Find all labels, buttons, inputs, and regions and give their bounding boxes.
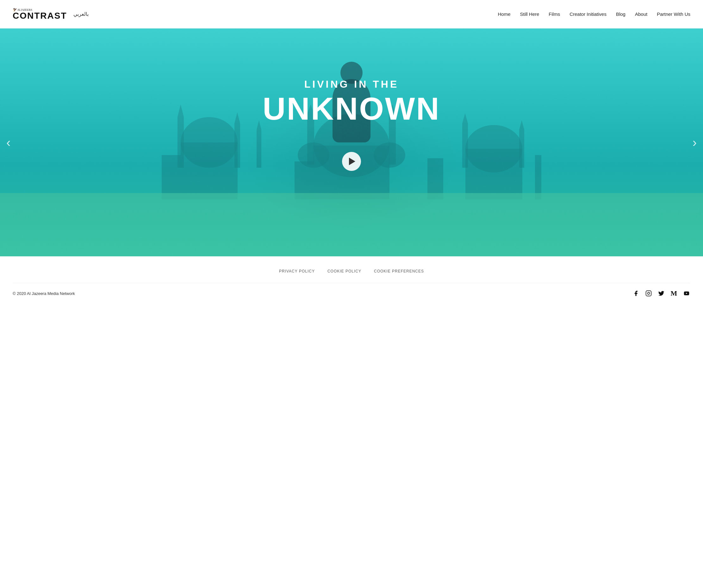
copyright-text: © 2020 Al Jazeera Media Network bbox=[13, 291, 75, 296]
nav-about[interactable]: About bbox=[635, 11, 647, 17]
youtube-icon[interactable] bbox=[683, 290, 690, 297]
cookie-policy-link[interactable]: COOKIE POLICY bbox=[327, 269, 361, 274]
nav-still-here[interactable]: Still Here bbox=[520, 11, 539, 17]
next-slide-button[interactable]: › bbox=[689, 132, 700, 153]
prev-slide-button[interactable]: ‹ bbox=[3, 132, 14, 153]
header-left: 🦅 ALJAZEERA CONTRAST بالعربي bbox=[13, 8, 89, 20]
logo-text: CONTRAST bbox=[13, 11, 67, 20]
arrow-left-icon: ‹ bbox=[6, 136, 10, 149]
twitter-icon[interactable] bbox=[657, 290, 665, 297]
arrow-right-icon: › bbox=[693, 136, 697, 149]
social-icons: M bbox=[632, 290, 690, 297]
main-nav: Home Still Here Films Creator Initiative… bbox=[498, 11, 690, 17]
hero-content: LIVING IN THE UNKNOWN bbox=[262, 78, 440, 124]
svg-point-1 bbox=[181, 117, 238, 168]
nav-home[interactable]: Home bbox=[498, 11, 510, 17]
svg-point-17 bbox=[465, 125, 522, 172]
footer-bottom: © 2020 Al Jazeera Media Network M bbox=[0, 283, 703, 297]
footer-links: PRIVACY POLICY COOKIE POLICY COOKIE PREF… bbox=[13, 269, 690, 283]
svg-rect-18 bbox=[462, 124, 468, 168]
hero-title: UNKNOWN bbox=[262, 93, 440, 124]
medium-icon[interactable]: M bbox=[670, 290, 678, 297]
facebook-icon[interactable] bbox=[632, 290, 640, 297]
svg-rect-25 bbox=[535, 155, 541, 199]
svg-rect-26 bbox=[646, 291, 651, 296]
footer: PRIVACY POLICY COOKIE POLICY COOKIE PREF… bbox=[0, 256, 703, 303]
nav-creator-initiatives[interactable]: Creator Initiatives bbox=[569, 11, 607, 17]
svg-marker-3 bbox=[177, 104, 184, 117]
privacy-policy-link[interactable]: PRIVACY POLICY bbox=[279, 269, 315, 274]
instagram-icon[interactable] bbox=[645, 290, 652, 297]
svg-rect-20 bbox=[519, 130, 524, 168]
header: 🦅 ALJAZEERA CONTRAST بالعربي Home Still … bbox=[0, 0, 703, 28]
svg-marker-5 bbox=[234, 113, 240, 124]
nav-partner-with-us[interactable]: Partner With Us bbox=[657, 11, 690, 17]
play-button[interactable] bbox=[342, 152, 361, 171]
cookie-preferences-link[interactable]: COOKIE PREFERENCES bbox=[374, 269, 424, 274]
svg-marker-19 bbox=[462, 113, 468, 124]
hero-subtitle: LIVING IN THE bbox=[262, 78, 440, 90]
hero-section: LIVING IN THE UNKNOWN ‹ › bbox=[0, 28, 703, 256]
nav-films[interactable]: Films bbox=[549, 11, 560, 17]
svg-rect-22 bbox=[162, 155, 181, 199]
nav-blog[interactable]: Blog bbox=[616, 11, 625, 17]
arabic-link[interactable]: بالعربي bbox=[73, 11, 89, 17]
svg-marker-21 bbox=[519, 120, 524, 130]
logo[interactable]: 🦅 ALJAZEERA CONTRAST bbox=[13, 8, 67, 20]
svg-rect-4 bbox=[234, 124, 240, 168]
